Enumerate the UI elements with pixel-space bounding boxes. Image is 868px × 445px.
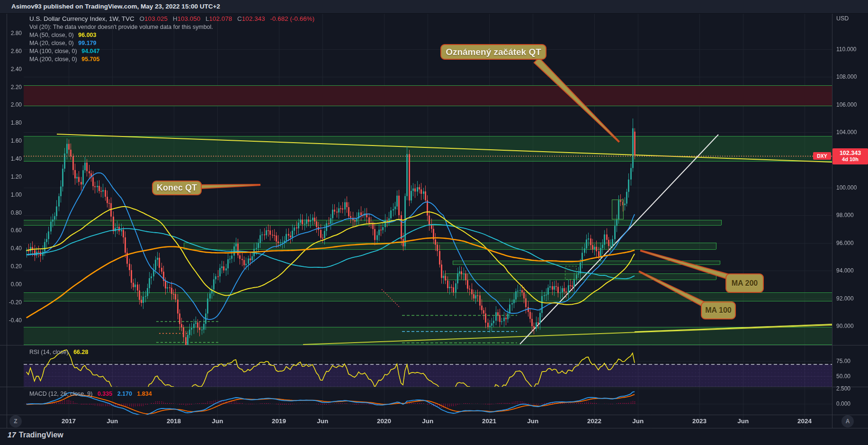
price-axis-label: 96.000 (836, 240, 854, 246)
time-axis-label: 2018 (160, 418, 188, 425)
left-axis-label: 0.40 (3, 245, 22, 252)
high-label: H (173, 15, 178, 22)
macd-axis-label: 0.000 (836, 400, 850, 407)
rsi-value: 66.28 (73, 349, 88, 355)
symbol-title: U.S. Dollar Currency Index, 1W, TVC (29, 15, 134, 22)
auto-scale-button[interactable]: A (841, 415, 854, 427)
published-bar: Asimov93 published on TradingView.com, M… (0, 0, 868, 14)
left-axis-label: 2.60 (3, 48, 22, 54)
time-axis-label: Jun (519, 418, 547, 425)
low-label: L (206, 15, 209, 22)
annotation-ma200[interactable]: MA 200 (725, 273, 764, 293)
left-axis-label: 1.80 (3, 119, 22, 126)
axis-currency-label: USD (836, 15, 849, 22)
volume-row[interactable]: Vol (20): The data vendor doesn't provid… (29, 23, 314, 31)
chart-canvas[interactable] (0, 0, 868, 445)
annotation-qt-start[interactable]: Oznámený začátek QT (440, 44, 546, 60)
macd-legend[interactable]: MACD (12, 26, close, 9) 0.335 2.170 1.83… (29, 391, 152, 397)
time-axis-label: 2023 (685, 418, 714, 425)
rsi-legend[interactable]: RSI (14, close) 66.28 (29, 349, 88, 355)
rsi-title: RSI (14, close) (29, 349, 69, 355)
left-axis-label: 0.00 (3, 281, 22, 288)
time-axis-label: 2021 (475, 418, 503, 425)
price-axis-label: 92.000 (836, 295, 854, 302)
left-axis-label: 0.60 (3, 227, 22, 234)
tradingview-logo-icon: 17 (7, 431, 17, 439)
left-axis-label: 0.20 (3, 263, 22, 270)
macd-title: MACD (12, 26, close, 9) (29, 391, 92, 397)
symbol-price-tag: DXY (813, 152, 831, 160)
ma200-value: 95.705 (81, 56, 99, 63)
price-axis-label: 98.000 (836, 212, 854, 218)
time-axis-label: 2024 (790, 418, 819, 425)
time-axis-label: 2020 (370, 418, 398, 425)
left-axis-label: 0.80 (3, 209, 22, 216)
chart-legend: U.S. Dollar Currency Index, 1W, TVC O103… (29, 15, 314, 64)
left-axis-label: 2.00 (3, 101, 22, 108)
left-axis-label: 1.00 (3, 191, 22, 198)
volume-text: Vol (20): The data vendor doesn't provid… (29, 24, 213, 30)
left-axis-label: 1.20 (3, 173, 22, 180)
change-value: -0.682 (-0.66%) (270, 15, 314, 22)
high-value: 103.050 (177, 15, 200, 22)
published-text: Asimov93 published on TradingView.com, M… (11, 3, 220, 10)
tradingview-logo-text: TradingView (19, 431, 63, 439)
left-axis-label: 2.20 (3, 84, 22, 91)
time-axis-label: Jun (729, 418, 757, 425)
close-value: 102.343 (242, 15, 265, 22)
last-price-label: 102.343 4d 10h (832, 148, 868, 164)
macd-hist-value: 0.335 (98, 391, 112, 397)
time-axis-label: 2022 (580, 418, 608, 425)
scroll-left-button[interactable]: Z (9, 415, 22, 427)
macd-line-value: 2.170 (117, 391, 132, 397)
ma100-value: 94.047 (81, 48, 99, 54)
time-axis-label: Jun (624, 418, 652, 425)
ma50-value: 96.003 (78, 32, 96, 38)
bar-countdown: 4d 10h (832, 156, 868, 162)
time-axis-label: Jun (98, 418, 126, 425)
rsi-axis-label: 50.00 (836, 373, 850, 380)
open-value: 103.025 (144, 15, 168, 22)
ma100-row[interactable]: MA (100, close, 0) 94.047 (29, 47, 314, 55)
price-axis-label: 108.000 (836, 73, 857, 80)
time-axis-label: 2019 (265, 418, 293, 425)
last-price-value: 102.343 (832, 150, 868, 156)
ma20-label: MA (20, close, 0) (29, 40, 74, 46)
price-axis-label: 106.000 (836, 101, 857, 108)
brand-bar: 17TradingView (0, 428, 868, 445)
ma50-row[interactable]: MA (50, close, 0) 96.003 (29, 31, 314, 39)
macd-axis-label: 2.500 (836, 385, 850, 392)
price-axis-label: 100.000 (836, 184, 857, 191)
left-axis-label: -0.40 (3, 317, 22, 324)
low-value: 102.078 (209, 15, 233, 22)
open-label: O (140, 15, 145, 22)
time-axis-label: 2017 (54, 418, 83, 425)
ma200-label: MA (200, close, 0) (29, 56, 77, 63)
annotation-qt-end[interactable]: Konec QT (152, 181, 202, 195)
time-axis-label: Jun (413, 418, 442, 425)
rsi-axis-label: 75.00 (836, 358, 850, 364)
price-axis-label: 104.000 (836, 129, 857, 136)
left-axis-label: 2.40 (3, 66, 22, 73)
ma50-label: MA (50, close, 0) (29, 32, 74, 38)
left-axis-label: 1.60 (3, 137, 22, 144)
ma20-row[interactable]: MA (20, close, 0) 99.179 (29, 39, 314, 47)
tradingview-logo[interactable]: 17TradingView (8, 431, 63, 439)
ma100-label: MA (100, close, 0) (29, 48, 77, 54)
price-axis-label: 94.000 (836, 267, 854, 274)
symbol-row[interactable]: U.S. Dollar Currency Index, 1W, TVC O103… (29, 15, 314, 23)
macd-signal-value: 1.834 (137, 391, 152, 397)
ma20-value: 99.179 (78, 40, 96, 46)
time-axis-label: Jun (308, 418, 337, 425)
left-axis-label: 2.80 (3, 30, 22, 36)
tradingview-chart-window: Asimov93 published on TradingView.com, M… (0, 0, 868, 445)
left-axis-label: -0.20 (3, 299, 22, 306)
price-axis-label: 110.000 (836, 46, 857, 53)
close-label: C (237, 15, 242, 22)
price-axis-label: 90.000 (836, 323, 854, 329)
time-axis-label: Jun (203, 418, 232, 425)
annotation-ma100[interactable]: MA 100 (701, 301, 736, 319)
ma200-row[interactable]: MA (200, close, 0) 95.705 (29, 55, 314, 64)
left-axis-label: 1.40 (3, 155, 22, 162)
